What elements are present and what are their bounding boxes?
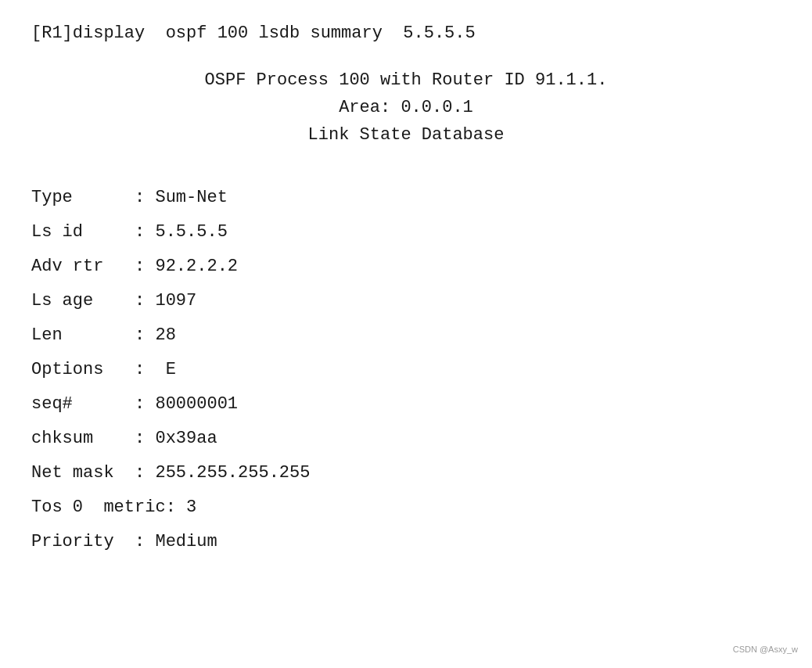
- data-row: Type : Sum-Net: [31, 181, 781, 215]
- data-row: Options : E: [31, 353, 781, 387]
- header-section: OSPF Process 100 with Router ID 91.1.1. …: [31, 66, 781, 149]
- header-line1: OSPF Process 100 with Router ID 91.1.1.: [31, 66, 781, 94]
- data-row: Net mask : 255.255.255.255: [31, 456, 781, 490]
- header-line2: Area: 0.0.0.1: [31, 94, 781, 121]
- data-row: chksum : 0x39aa: [31, 422, 781, 456]
- data-row: Tos 0 metric: 3: [31, 490, 781, 525]
- data-row: Ls age : 1097: [31, 284, 781, 318]
- watermark: CSDN @Asxy_w: [733, 645, 798, 654]
- data-row: Adv rtr : 92.2.2.2: [31, 250, 781, 284]
- data-row: Len : 28: [31, 318, 781, 353]
- data-row: seq# : 80000001: [31, 387, 781, 422]
- terminal-container: [R1]display ospf 100 lsdb summary 5.5.5.…: [0, 0, 812, 668]
- data-row: Priority : Medium: [31, 525, 781, 559]
- command-line: [R1]display ospf 100 lsdb summary 5.5.5.…: [31, 23, 781, 43]
- header-line3: Link State Database: [31, 121, 781, 149]
- data-row: Ls id : 5.5.5.5: [31, 215, 781, 250]
- data-section: Type : Sum-NetLs id : 5.5.5.5Adv rtr : 9…: [31, 181, 781, 559]
